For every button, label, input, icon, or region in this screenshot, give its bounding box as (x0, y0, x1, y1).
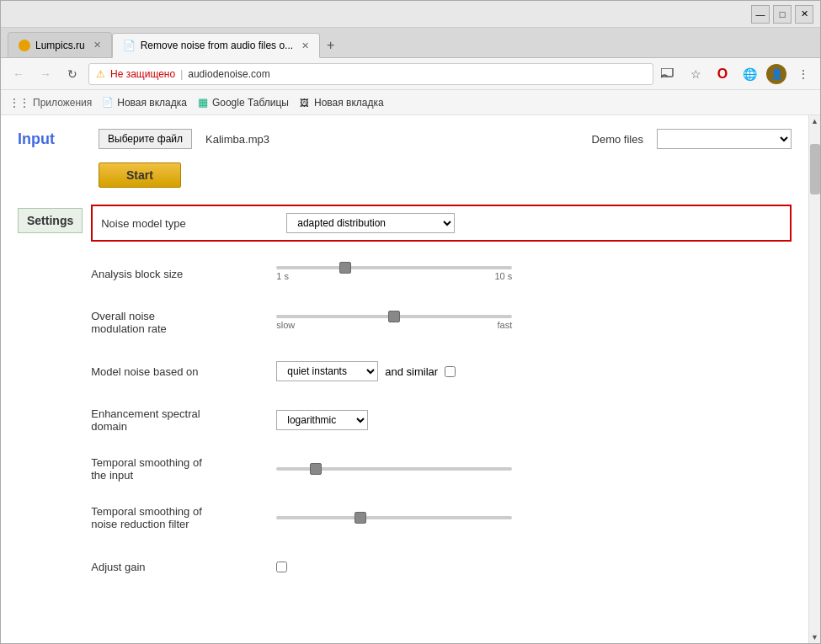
back-button[interactable]: ← (8, 63, 29, 85)
scroll-down-arrow[interactable]: ▼ (809, 631, 821, 643)
adjust-gain-label: Adjust gain (91, 561, 276, 573)
temporal-smoothing-filter-control (276, 516, 792, 519)
enhancement-spectral-domain-row: Enhancement spectraldomain logarithmic l… (91, 403, 792, 437)
temporal-smoothing-input-control (276, 467, 792, 471)
bookmark-google-sheets[interactable]: ▦ Google Таблицы (197, 97, 289, 109)
address-separator: | (180, 68, 183, 80)
noise-modulation-rate-row: Overall noisemodulation rate slow fast (91, 306, 792, 339)
bookmark-new-tab-2[interactable]: 🖼 Новая вкладка (299, 97, 384, 109)
apps-launcher[interactable]: ⋮⋮ Приложения (9, 97, 92, 109)
and-similar-label: and similar (385, 365, 438, 378)
tab-bar: Lumpics.ru ✕ 📄 Remove noise from audio f… (1, 28, 820, 58)
tab-lumpics[interactable]: Lumpics.ru ✕ (8, 32, 112, 57)
maximize-button[interactable]: □ (773, 5, 792, 24)
settings-section: Settings Noise model type adapted distri… (18, 205, 792, 599)
browser-window: — □ ✕ Lumpics.ru ✕ 📄 Remove noise from a… (0, 0, 821, 644)
settings-label: Settings (18, 208, 83, 233)
input-section: Input Выберите файл Kalimba.mp3 Demo fil… (18, 129, 792, 149)
adjust-gain-control (276, 562, 792, 572)
analysis-block-size-slider[interactable] (276, 266, 512, 269)
temporal-smoothing-filter-row: Temporal smoothing ofnoise reduction fil… (91, 501, 792, 535)
temporal-smoothing-filter-slider-container (276, 516, 512, 519)
tab-lumpics-label: Lumpics.ru (35, 40, 85, 51)
model-noise-based-on-control: quiet instants all frames and similar (276, 361, 792, 381)
analysis-block-size-label: Analysis block size (91, 268, 276, 280)
noise-modulation-rate-min: slow (276, 320, 295, 330)
temporal-smoothing-filter-label: Temporal smoothing ofnoise reduction fil… (91, 505, 276, 530)
page-icon: 📄 (123, 40, 136, 51)
forward-button[interactable]: → (35, 63, 56, 85)
model-noise-based-on-select[interactable]: quiet instants all frames (276, 361, 378, 381)
lumpics-favicon (19, 40, 30, 51)
not-secure-label: Не защищено (110, 68, 175, 80)
file-name-display: Kalimba.mp3 (205, 133, 269, 146)
enhancement-spectral-domain-label: Enhancement spectraldomain (91, 407, 276, 433)
opera-icon[interactable]: O (712, 64, 733, 84)
close-button[interactable]: ✕ (795, 5, 813, 24)
scrollbar[interactable]: ▲ ▼ (808, 115, 820, 643)
analysis-block-size-control: 1 s 10 s (276, 266, 792, 281)
demo-files-label: Demo files (592, 133, 643, 146)
analysis-block-size-labels: 1 s 10 s (276, 271, 512, 281)
temporal-smoothing-filter-slider[interactable] (276, 516, 512, 519)
tab-audiodenoise-label: Remove noise from audio files o... (141, 40, 293, 51)
address-text: audiodenoise.com (188, 68, 269, 80)
noise-modulation-rate-slider-container: slow fast (276, 315, 512, 330)
choose-file-button[interactable]: Выберите файл (99, 129, 192, 149)
start-section: Start (18, 162, 792, 188)
bookmark-icon[interactable]: ☆ (685, 64, 706, 84)
cast-icon[interactable] (658, 64, 679, 84)
noise-modulation-rate-label: Overall noisemodulation rate (91, 310, 276, 335)
input-title: Input (18, 130, 85, 148)
title-bar-controls: — □ ✕ (751, 5, 813, 24)
adjust-gain-checkbox[interactable] (276, 562, 287, 572)
scrollbar-thumb[interactable] (810, 144, 820, 194)
settings-content: Noise model type adapted distribution fi… (83, 205, 792, 599)
model-noise-based-on-label: Model noise based on (91, 365, 276, 378)
sheets-icon: ▦ (197, 97, 209, 109)
temporal-smoothing-input-slider-container (276, 467, 512, 471)
analysis-block-size-min: 1 s (276, 271, 289, 281)
noise-model-type-select[interactable]: adapted distribution fixed distribution … (286, 213, 455, 233)
new-tab-button[interactable]: + (320, 34, 341, 57)
address-bar[interactable]: ⚠ Не защищено | audiodenoise.com (88, 63, 653, 85)
bookmark-new-tab-1-label: Новая вкладка (117, 97, 187, 109)
noise-model-type-control: adapted distribution fixed distribution … (286, 213, 781, 233)
and-similar-checkbox[interactable] (445, 366, 456, 377)
title-bar: — □ ✕ (1, 1, 820, 28)
profile-avatar[interactable]: 👤 (766, 64, 786, 84)
tab-audiodenoise[interactable]: 📄 Remove noise from audio files o... ✕ (112, 33, 320, 58)
noise-model-type-label: Noise model type (101, 217, 286, 230)
refresh-button[interactable]: ↻ (61, 63, 83, 85)
start-button[interactable]: Start (99, 162, 181, 188)
model-noise-based-on-row: Model noise based on quiet instants all … (91, 354, 792, 388)
noise-modulation-rate-slider[interactable] (276, 315, 512, 318)
noise-modulation-rate-labels: slow fast (276, 320, 512, 330)
noise-modulation-rate-max: fast (498, 320, 513, 330)
bookmark-new-tab-1[interactable]: 📄 Новая вкладка (102, 97, 187, 109)
nav-bar: ← → ↻ ⚠ Не защищено | audiodenoise.com ☆… (1, 58, 820, 90)
minimize-button[interactable]: — (751, 5, 770, 24)
menu-icon[interactable]: ⋮ (793, 64, 813, 84)
tab-audiodenoise-close[interactable]: ✕ (301, 40, 309, 51)
bookmark-new-tab-2-label: Новая вкладка (314, 97, 384, 109)
apps-dots-icon: ⋮⋮ (9, 97, 29, 109)
demo-files-select[interactable] (657, 129, 792, 149)
analysis-block-size-row: Analysis block size 1 s 10 s (91, 257, 792, 290)
warning-icon: ⚠ (96, 68, 105, 80)
page-area: Input Выберите файл Kalimba.mp3 Demo fil… (1, 115, 820, 643)
analysis-block-size-slider-container: 1 s 10 s (276, 266, 512, 281)
apps-label: Приложения (33, 97, 92, 109)
enhancement-spectral-domain-select[interactable]: logarithmic linear mel (276, 410, 368, 430)
analysis-block-size-max: 10 s (494, 271, 512, 281)
tab-lumpics-close[interactable]: ✕ (93, 40, 101, 51)
bookmark-new-tab-2-icon: 🖼 (299, 97, 311, 109)
page-content: Input Выберите файл Kalimba.mp3 Demo fil… (1, 115, 808, 643)
noise-model-type-row: Noise model type adapted distribution fi… (91, 205, 792, 242)
scrollbar-track[interactable] (809, 127, 820, 631)
bookmarks-bar: ⋮⋮ Приложения 📄 Новая вкладка ▦ Google Т… (1, 90, 820, 115)
scroll-up-arrow[interactable]: ▲ (809, 115, 821, 127)
enhancement-spectral-domain-control: logarithmic linear mel (276, 410, 792, 430)
globe-icon[interactable]: 🌐 (739, 64, 760, 84)
temporal-smoothing-input-slider[interactable] (276, 467, 512, 471)
